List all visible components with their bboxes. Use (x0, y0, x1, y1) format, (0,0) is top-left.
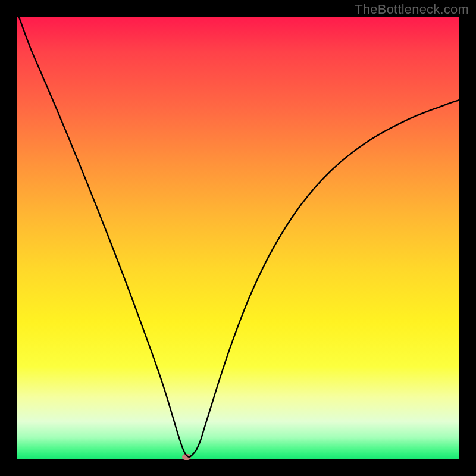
chart-frame: TheBottleneck.com (0, 0, 476, 476)
bottleneck-curve (17, 17, 459, 459)
watermark-text: TheBottleneck.com (355, 2, 469, 17)
plot-area (17, 17, 459, 459)
